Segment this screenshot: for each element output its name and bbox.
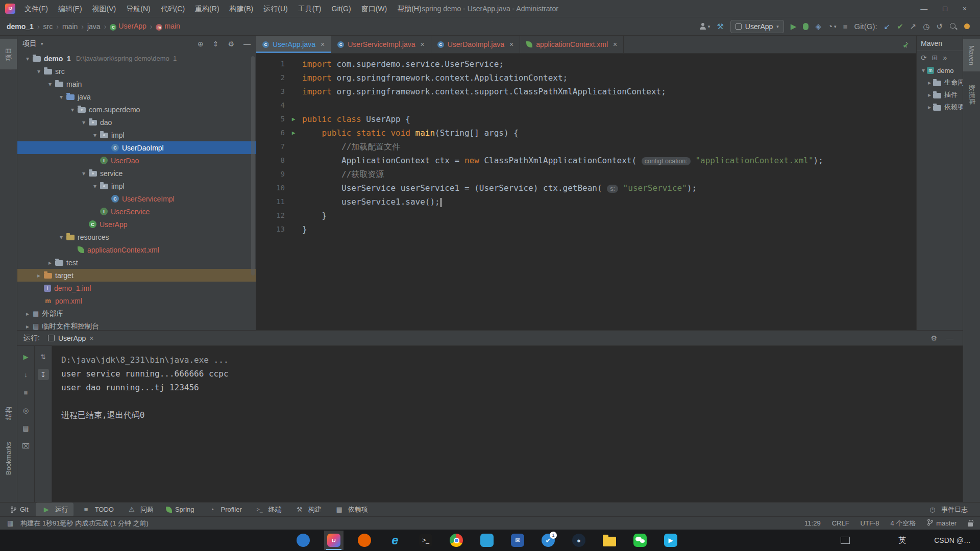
code-line[interactable]: 4 — [256, 98, 916, 112]
ime-indicator[interactable]: 英 — [898, 536, 906, 545]
tree-row[interactable]: ▾com.superdemo — [17, 103, 256, 116]
run-tool-print-icon[interactable]: ▤ — [20, 422, 32, 434]
rollback-button[interactable]: ↺ — [936, 22, 943, 31]
tree-expand-icon[interactable]: ▾ — [90, 183, 100, 190]
tree-row[interactable]: ▸target — [17, 269, 256, 282]
toolwindow-button-问题[interactable]: ⚠问题 — [121, 503, 159, 517]
tree-expand-icon[interactable]: ▸ — [22, 323, 33, 330]
maven-refresh-icon[interactable]: ⟳ — [921, 54, 927, 62]
tab-close-icon[interactable]: × — [509, 40, 513, 48]
breadcrumb-item[interactable]: demo_1 — [7, 22, 34, 31]
code-line[interactable]: 1import com.superdemo.service.UserServic… — [256, 57, 916, 71]
console-line[interactable]: D:\java\jdk\8_231\bin\java.exe ... — [61, 353, 963, 367]
tree-expand-icon[interactable]: ▾ — [79, 170, 89, 177]
tree-expand-icon[interactable]: ▾ — [67, 106, 78, 113]
explorer-icon[interactable] — [600, 531, 619, 550]
messenger-icon[interactable]: ✔1 — [538, 531, 558, 550]
maven-node-row[interactable]: ▸插件 — [917, 89, 963, 101]
tree-row[interactable]: ▾dao — [17, 116, 256, 129]
tree-row[interactable]: ▾main — [17, 78, 256, 90]
vscode-icon[interactable] — [477, 531, 497, 550]
breadcrumb-item[interactable]: java — [87, 22, 101, 31]
profiler-button[interactable]: ◔▾ — [828, 22, 837, 31]
tree-row[interactable]: ▾service — [17, 167, 256, 180]
tree-expand-icon[interactable]: ▸ — [926, 79, 933, 86]
maximize-icon[interactable]: □ — [943, 5, 947, 13]
toolwindow-button-todo[interactable]: ≡TODO — [76, 503, 119, 517]
run-tool-play-icon[interactable]: ▶ — [20, 351, 32, 362]
toolwindow-button-eventlog[interactable]: ◷事件日志 — [922, 503, 973, 517]
toolwindow-button-git[interactable]: Git — [5, 503, 34, 517]
tree-expand-icon[interactable]: ▸ — [45, 259, 55, 266]
run-tool-down-icon[interactable]: ↓ — [20, 369, 32, 380]
terminal-icon[interactable]: >_ — [416, 531, 435, 550]
run-gutter-icon[interactable]: ▶ — [285, 126, 302, 140]
firefox-icon[interactable] — [355, 531, 374, 550]
run-settings-gear-icon[interactable]: ⚙ — [930, 334, 937, 342]
menu-item[interactable]: 工具(T) — [293, 0, 327, 17]
tree-row[interactable]: CUserDaoImpl — [17, 141, 256, 154]
tab-close-icon[interactable]: × — [321, 40, 325, 48]
settings-gear-icon[interactable]: ⚙ — [228, 40, 234, 48]
breadcrumb-item-userapp[interactable]: CUserApp — [110, 22, 146, 31]
toolwindow-button-运行[interactable]: ▶运行 — [36, 503, 74, 517]
toolwindow-button-spring[interactable]: Spring — [161, 503, 200, 517]
build-hammer-icon[interactable]: ⚒ — [717, 22, 723, 31]
console-line[interactable]: user service running...666666 ccpc — [61, 367, 963, 381]
status-widget[interactable]: 11:29 — [804, 519, 821, 527]
console-line[interactable]: user dao running...tj 123456 — [61, 381, 963, 394]
code-line[interactable]: 13} — [256, 222, 916, 236]
tree-row[interactable]: ▸test — [17, 256, 256, 269]
user-account-icon[interactable]: ▾ — [699, 23, 710, 30]
tree-row[interactable]: IUserDao — [17, 154, 256, 167]
close-icon[interactable]: × — [963, 5, 967, 13]
search-everywhere-button[interactable] — [949, 22, 958, 31]
menu-item[interactable]: 重构(R) — [190, 0, 224, 17]
tree-row[interactable]: CUserApp — [17, 218, 256, 231]
tree-expand-icon[interactable]: ▾ — [920, 67, 927, 74]
debug-button[interactable] — [803, 23, 808, 30]
code-line[interactable]: 11 userService1.save(); — [256, 195, 916, 209]
run-gutter-icon[interactable]: ▶ — [285, 112, 302, 126]
git-push-button[interactable]: ↗ — [910, 22, 917, 31]
stripe-button-database[interactable]: 数据库 — [963, 79, 980, 111]
tree-expand-icon[interactable]: ▸ — [34, 272, 44, 279]
tab-close-icon[interactable]: × — [89, 334, 93, 342]
maven-expand-icon[interactable]: ⊞ — [932, 54, 938, 62]
browser-icon[interactable] — [293, 531, 313, 550]
tree-row[interactable]: ▸▤外部库 — [17, 307, 256, 320]
tree-expand-icon[interactable]: ▸ — [926, 104, 933, 111]
run-configuration-select[interactable]: UserApp ▾ — [730, 20, 784, 33]
code-line[interactable]: 2import org.springframework.context.Appl… — [256, 71, 916, 85]
project-header-title[interactable]: 项目 — [22, 39, 37, 48]
git-commit-button[interactable]: ✔ — [897, 22, 903, 31]
run-button[interactable]: ▶ — [791, 22, 797, 31]
editor-tab[interactable]: CUserDaoImpl.java× — [431, 36, 520, 53]
menu-item[interactable]: 代码(C) — [156, 0, 190, 17]
status-widget[interactable]: UTF-8 — [861, 519, 879, 527]
tree-expand-icon[interactable]: ▾ — [79, 119, 89, 126]
code-line[interactable]: 8 ApplicationContext ctx = new ClassPath… — [256, 154, 916, 167]
run-tab[interactable]: UserApp × — [45, 334, 97, 342]
code-line[interactable]: 3import org.springframework.context.supp… — [256, 85, 916, 98]
menu-item[interactable]: 窗口(W) — [356, 0, 393, 17]
tree-expand-icon[interactable]: ▾ — [56, 93, 66, 101]
tree-row[interactable]: ▾impl — [17, 129, 256, 141]
editor-tab[interactable]: applicationContext.xml× — [520, 36, 624, 53]
stripe-button-bookmarks[interactable]: Bookmarks — [0, 433, 17, 484]
code-line[interactable]: 12 } — [256, 209, 916, 222]
tree-row[interactable]: IUserService — [17, 205, 256, 218]
code-line[interactable]: 9 //获取资源 — [256, 167, 916, 181]
git-update-button[interactable]: ↙ — [884, 22, 891, 31]
hide-panel-icon[interactable]: — — [243, 40, 251, 48]
tree-expand-icon[interactable]: ▾ — [34, 68, 44, 75]
stripe-button-project[interactable]: 项目 — [0, 39, 17, 69]
toolwindow-button-依赖项[interactable]: ▤依赖项 — [329, 503, 373, 517]
project-scrollbar[interactable] — [251, 56, 255, 276]
maven-node-row[interactable]: ▸依赖项 — [917, 101, 963, 113]
collapse-all-icon[interactable]: ⇕ — [213, 40, 219, 48]
tree-row[interactable]: ▾impl — [17, 180, 256, 192]
console-line[interactable]: 进程已结束,退出代码0 — [61, 408, 963, 422]
stripe-button-structure[interactable]: 结构 — [0, 400, 17, 426]
ie-icon[interactable]: e — [385, 531, 405, 550]
